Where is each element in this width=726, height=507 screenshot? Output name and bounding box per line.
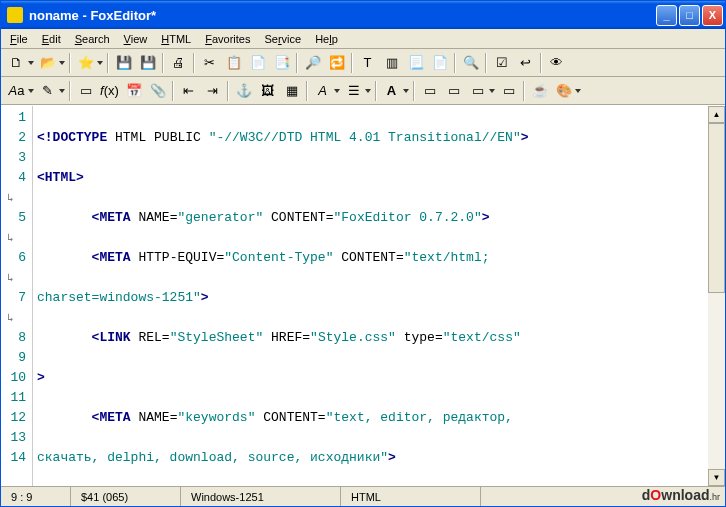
- code-area[interactable]: <!DOCTYPE HTML PUBLIC "-//W3C//DTD HTML …: [33, 106, 708, 486]
- copy-button[interactable]: 📋: [222, 51, 245, 74]
- maximize-button[interactable]: □: [679, 5, 700, 26]
- insert-button[interactable]: 📎: [146, 79, 169, 102]
- close-button[interactable]: X: [702, 5, 723, 26]
- panel-4-button[interactable]: ▭: [497, 79, 520, 102]
- titlebar: noname - FoxEditor* _ □ X: [1, 1, 725, 29]
- app-icon: [7, 7, 23, 23]
- menu-search[interactable]: Search: [68, 31, 117, 47]
- line-number: 9: [1, 348, 26, 368]
- document-button[interactable]: 📃: [404, 51, 427, 74]
- menubar: File Edit Search View HTML Favorites Ser…: [1, 29, 725, 49]
- scroll-up-button[interactable]: ▲: [708, 106, 725, 123]
- format-button[interactable]: A: [311, 79, 341, 102]
- line-number: 5: [1, 208, 26, 228]
- line-number: 3: [1, 148, 26, 168]
- menu-file[interactable]: File: [3, 31, 35, 47]
- image-button[interactable]: 🖼: [256, 79, 279, 102]
- paste-special-button[interactable]: 📑: [270, 51, 293, 74]
- line-number: 4: [1, 168, 26, 188]
- text-tool-button[interactable]: T: [356, 51, 379, 74]
- editor-area: 1 2 3 4 5 6 7 8 9 10 11 12 13 14 <!DOCTY…: [1, 105, 725, 486]
- watermark: dOwnload.hr: [642, 487, 720, 503]
- date-button[interactable]: 📅: [122, 79, 145, 102]
- preview-button[interactable]: ☕: [528, 79, 551, 102]
- function-button[interactable]: f(x): [98, 79, 121, 102]
- save-all-button[interactable]: 💾: [136, 51, 159, 74]
- wrap-indicator: [1, 308, 26, 328]
- colors-button[interactable]: 🎨: [552, 79, 582, 102]
- toolbar-1: 🗋 📂 ⭐ 💾 💾 🖨 ✂ 📋 📄 📑 🔎 🔁 T ▥ 📃 📄 🔍 ☑ ↩ 👁: [1, 49, 725, 77]
- form-button[interactable]: ▭: [74, 79, 97, 102]
- open-button[interactable]: 📂: [36, 51, 66, 74]
- menu-view[interactable]: View: [117, 31, 155, 47]
- panel-3-button[interactable]: ▭: [466, 79, 496, 102]
- line-number: 2: [1, 128, 26, 148]
- anchor-button[interactable]: ⚓: [232, 79, 255, 102]
- list-button[interactable]: ☰: [342, 79, 372, 102]
- toolbar-2: Aa ✎ ▭ f(x) 📅 📎 ⇤ ⇥ ⚓ 🖼 ▦ A ☰ A ▭ ▭ ▭ ▭ …: [1, 77, 725, 105]
- menu-edit[interactable]: Edit: [35, 31, 68, 47]
- line-number: 8: [1, 328, 26, 348]
- menu-help[interactable]: Help: [308, 31, 345, 47]
- save-button[interactable]: 💾: [112, 51, 135, 74]
- scroll-thumb[interactable]: [708, 123, 725, 293]
- replace-button[interactable]: 🔁: [325, 51, 348, 74]
- search-button[interactable]: 🔍: [459, 51, 482, 74]
- line-number: 14: [1, 448, 26, 468]
- find-button[interactable]: 🔎: [301, 51, 324, 74]
- vertical-scrollbar[interactable]: ▲ ▼: [708, 106, 725, 486]
- menu-service[interactable]: Service: [257, 31, 308, 47]
- line-number: 11: [1, 388, 26, 408]
- new-button[interactable]: 🗋: [5, 51, 35, 74]
- line-number: 1: [1, 108, 26, 128]
- line-number: 13: [1, 428, 26, 448]
- line-gutter: 1 2 3 4 5 6 7 8 9 10 11 12 13 14: [1, 106, 33, 486]
- window-title: noname - FoxEditor*: [27, 8, 656, 23]
- minimize-button[interactable]: _: [656, 5, 677, 26]
- panel-2-button[interactable]: ▭: [442, 79, 465, 102]
- wrap-indicator: [1, 268, 26, 288]
- line-number: 6: [1, 248, 26, 268]
- line-number: 12: [1, 408, 26, 428]
- highlight-button[interactable]: ✎: [36, 79, 66, 102]
- favorites-button[interactable]: ⭐: [74, 51, 104, 74]
- paste-button[interactable]: 📄: [246, 51, 269, 74]
- menu-favorites[interactable]: Favorites: [198, 31, 257, 47]
- status-position: 9 : 9: [1, 487, 71, 506]
- scroll-down-button[interactable]: ▼: [708, 469, 725, 486]
- outdent-button[interactable]: ⇤: [177, 79, 200, 102]
- table-button[interactable]: ▦: [280, 79, 303, 102]
- status-char: $41 (065): [71, 487, 181, 506]
- status-encoding: Windows-1251: [181, 487, 341, 506]
- wrap-indicator: [1, 188, 26, 208]
- font-button[interactable]: Aa: [5, 79, 35, 102]
- view-button[interactable]: 👁: [545, 51, 568, 74]
- fontcolor-button[interactable]: A: [380, 79, 410, 102]
- line-number: 7: [1, 288, 26, 308]
- wrap-indicator: [1, 228, 26, 248]
- statusbar: 9 : 9 $41 (065) Windows-1251 HTML: [1, 486, 725, 506]
- line-number: 10: [1, 368, 26, 388]
- wrap-button[interactable]: ↩: [514, 51, 537, 74]
- indent-button[interactable]: ⇥: [201, 79, 224, 102]
- checklist-button[interactable]: ☑: [490, 51, 513, 74]
- print-button[interactable]: 🖨: [167, 51, 190, 74]
- menu-html[interactable]: HTML: [154, 31, 198, 47]
- toggle-1-button[interactable]: ▥: [380, 51, 403, 74]
- page-button[interactable]: 📄: [428, 51, 451, 74]
- panel-1-button[interactable]: ▭: [418, 79, 441, 102]
- status-language: HTML: [341, 487, 481, 506]
- cut-button[interactable]: ✂: [198, 51, 221, 74]
